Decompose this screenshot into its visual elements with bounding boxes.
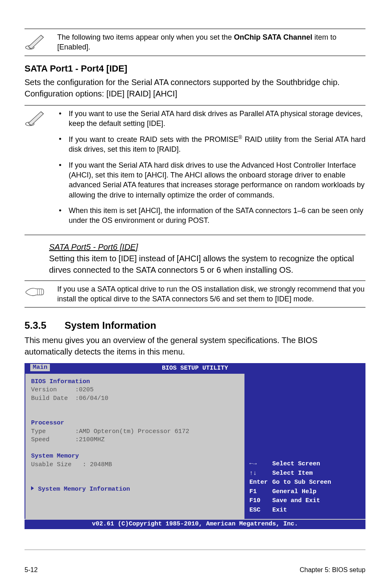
note-optical-drive-text: If you use a SATA optical drive to run t… bbox=[57, 284, 365, 304]
list-item: If you want to use the Serial ATA hard d… bbox=[57, 109, 365, 129]
triangle-right-icon bbox=[31, 486, 34, 490]
note-box-sata-options: If you want to use the Serial ATA hard d… bbox=[25, 105, 365, 235]
section-number: 5.3.5 bbox=[25, 320, 65, 331]
bios-copyright: v02.61 (C)Copyright 1985-2010, American … bbox=[25, 519, 365, 529]
page-number: 5-12 bbox=[25, 566, 38, 574]
heading-sata-port1-4: SATA Port1 - Port4 [IDE] bbox=[25, 63, 365, 74]
bios-left-panel: BIOS Information Version :0205 Build Dat… bbox=[25, 374, 244, 519]
section-title: System Information bbox=[65, 320, 156, 331]
bios-right-panel: ←→Select Screen ↑↓Select Item EnterGo to… bbox=[244, 374, 365, 519]
chapter-label: Chapter 5: BIOS setup bbox=[300, 566, 365, 574]
note-box-onchip: The following two items appear only when… bbox=[25, 29, 365, 56]
para-sata-port5-6: Setting this item to [IDE] instead of [A… bbox=[49, 253, 365, 276]
pen-icon bbox=[25, 32, 57, 50]
para-sata-port1-4: Sets the configuration for the Serial AT… bbox=[25, 76, 365, 99]
bios-submenu-link: System Memory Information bbox=[38, 486, 130, 493]
section-heading: 5.3.5 System Information bbox=[25, 320, 365, 331]
sata-options-list: If you want to use the Serial ATA hard d… bbox=[57, 109, 365, 226]
bios-titlebar: BIOS SETUP UTILITY Main bbox=[25, 363, 365, 374]
section-para: This menu gives you an overview of the g… bbox=[25, 334, 365, 357]
bios-utility-box: BIOS SETUP UTILITY Main BIOS Information… bbox=[25, 363, 365, 529]
bios-title: BIOS SETUP UTILITY bbox=[162, 365, 228, 372]
hand-pointer-icon bbox=[25, 284, 57, 299]
page-footer: 5-12 Chapter 5: BIOS setup bbox=[25, 550, 365, 574]
note-box-optical-drive: If you use a SATA optical drive to run t… bbox=[25, 281, 365, 308]
subheading-sata-port5-6: SATA Port5 - Port6 [IDE] bbox=[49, 242, 365, 252]
list-item: If you want to create RAID sets with the… bbox=[57, 134, 365, 155]
bios-tab-main: Main bbox=[30, 364, 50, 371]
pen-icon bbox=[25, 109, 57, 127]
list-item: When this item is set [AHCI], the inform… bbox=[57, 206, 365, 226]
list-item: If you want the Serial ATA hard disk dri… bbox=[57, 160, 365, 200]
note-onchip-text: The following two items appear only when… bbox=[57, 32, 365, 52]
